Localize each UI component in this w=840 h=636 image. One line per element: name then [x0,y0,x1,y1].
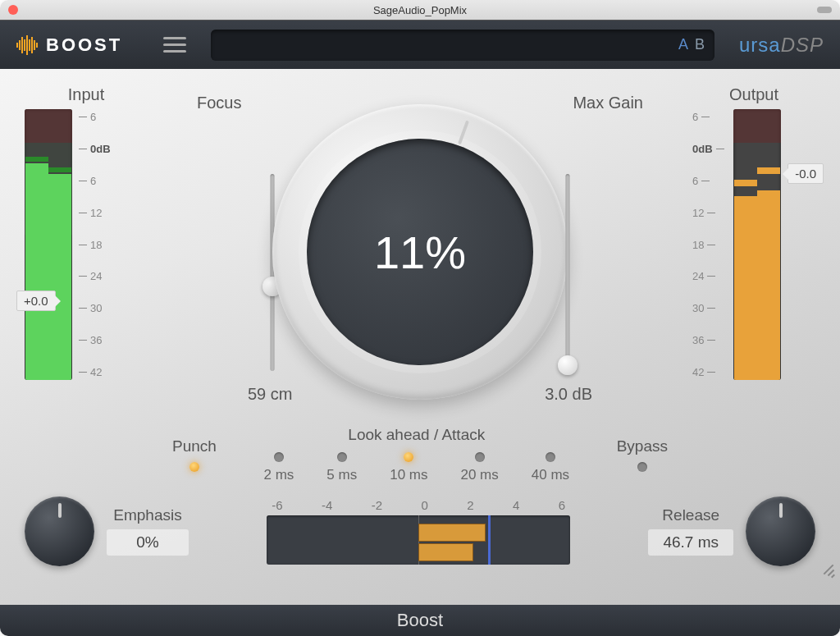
input-meter [25,109,72,380]
focus-value: 59 cm [248,385,292,404]
boost-logo-icon [16,35,38,55]
plugin-footer: Boost [0,605,840,636]
output-meter [733,109,781,380]
window-titlebar: SageAudio_PopMix [0,0,840,20]
input-gain-value[interactable]: +0.0 [16,291,56,311]
maxgain-value: 3.0 dB [545,385,592,404]
input-scale: 6 0dB 6 12 18 24 30 36 42 [72,109,113,380]
punch-toggle[interactable]: Punch [172,437,217,472]
emphasis-group: Emphasis 0% [25,496,189,566]
emphasis-label: Emphasis [113,506,181,524]
menu-button[interactable] [163,37,186,53]
maxgain-label: Max Gain [573,94,643,112]
boost-value: 11% [374,226,466,279]
close-icon[interactable] [8,5,18,15]
preset-display[interactable]: A B [211,30,714,61]
emphasis-knob[interactable] [25,496,94,566]
lookahead-label: Look ahead / Attack [348,426,485,444]
plugin-header: BOOST A B ursaDSP [0,20,840,69]
output-scale: 6 0dB 6 12 18 24 30 36 42 [692,109,733,380]
release-knob[interactable] [746,496,815,566]
output-meter-section: Output 6 0dB 6 12 18 24 30 36 42 [692,85,815,380]
window-title: SageAudio_PopMix [373,4,467,16]
maxgain-slider[interactable]: 3.0 dB [559,174,576,371]
output-ceiling-value[interactable]: -0.0 [788,163,824,184]
gain-histogram: -6 -4 -2 0 2 4 6 [267,498,570,565]
input-label: Input [25,85,148,104]
footer-label: Boost [397,610,443,631]
main-panel: Input 6 0dB 6 12 18 24 30 36 42 [0,69,840,605]
ab-compare-a[interactable]: A [678,36,688,53]
boost-knob[interactable]: 11% [272,104,568,400]
release-group: Release 46.7 ms [648,496,815,566]
logo: BOOST [16,34,122,56]
focus-label: Focus [197,94,241,112]
emphasis-value[interactable]: 0% [107,529,189,556]
release-value[interactable]: 46.7 ms [648,529,733,556]
input-meter-section: Input 6 0dB 6 12 18 24 30 36 42 [25,85,148,380]
bypass-led-icon [637,462,647,472]
logo-text: BOOST [46,34,122,56]
resize-grip-icon[interactable] [822,557,835,570]
ab-compare-b[interactable]: B [695,36,705,53]
output-label: Output [692,85,815,104]
punch-led-icon [189,462,199,472]
brand-logo: ursaDSP [739,34,824,57]
minimize-icon[interactable] [817,7,832,13]
release-label: Release [662,506,719,524]
bypass-toggle[interactable]: Bypass [617,437,668,472]
